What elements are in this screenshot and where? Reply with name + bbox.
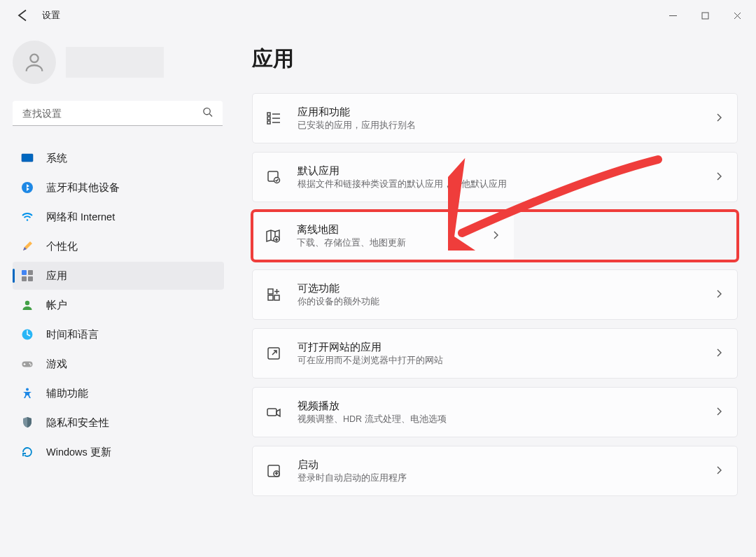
nav-label: Windows 更新	[46, 446, 111, 459]
title-bar: 设置	[0, 0, 756, 31]
svg-line-6	[209, 114, 212, 117]
nav-system[interactable]: 系统	[13, 144, 224, 172]
card-subtitle: 视频调整、HDR 流式处理、电池选项	[298, 414, 699, 425]
update-icon	[21, 446, 34, 458]
card-video-playback[interactable]: 视频播放 视频调整、HDR 流式处理、电池选项	[252, 387, 738, 437]
nav-label: 时间和语言	[46, 328, 99, 341]
chevron-right-icon	[715, 171, 723, 183]
maximize-button[interactable]	[689, 4, 721, 27]
video-icon	[265, 404, 282, 421]
svg-point-19	[30, 365, 31, 366]
chevron-right-icon	[715, 347, 723, 360]
nav-bluetooth[interactable]: 蓝牙和其他设备	[13, 174, 224, 202]
main-panel: 应用 应用和功能 已安装的应用，应用执行别名 默认应用 根据文件和链接种类设置的…	[231, 31, 756, 557]
sidebar: 系统 蓝牙和其他设备 网络和 Internet 个性化 应用 帐户	[0, 31, 231, 557]
svg-point-4	[30, 55, 38, 62]
nav-network[interactable]: 网络和 Internet	[13, 203, 224, 231]
card-offline-maps[interactable]: 离线地图 下载、存储位置、地图更新	[252, 211, 514, 261]
minimize-button[interactable]	[657, 4, 689, 27]
nav-privacy[interactable]: 隐私和安全性	[13, 409, 224, 437]
accessibility-icon	[21, 387, 34, 400]
card-title: 启动	[298, 458, 699, 472]
apps-icon	[21, 269, 34, 282]
card-apps-features[interactable]: 应用和功能 已安装的应用，应用执行别名	[252, 93, 738, 143]
svg-rect-23	[267, 121, 270, 124]
card-subtitle: 根据文件和链接种类设置的默认应用，其他默认应用	[298, 178, 699, 190]
nav-label: 应用	[46, 269, 67, 283]
svg-rect-11	[22, 270, 27, 275]
wifi-icon	[21, 211, 34, 223]
close-button[interactable]	[721, 4, 753, 27]
card-subtitle: 你的设备的额外功能	[298, 296, 699, 308]
card-title: 默认应用	[298, 164, 699, 178]
svg-rect-21	[267, 113, 270, 115]
list-icon	[265, 110, 282, 127]
shield-icon	[21, 416, 34, 429]
card-subtitle: 下载、存储位置、地图更新	[297, 237, 476, 249]
person-icon	[21, 299, 34, 311]
svg-rect-1	[702, 13, 708, 19]
map-icon	[265, 227, 281, 244]
card-subtitle: 登录时自动启动的应用程序	[298, 472, 699, 484]
svg-rect-34	[267, 409, 276, 416]
nav-update[interactable]: Windows 更新	[13, 438, 224, 466]
card-title: 视频播放	[298, 399, 699, 413]
highlight-annotation: 离线地图 下载、存储位置、地图更新	[252, 211, 738, 261]
card-optional-features[interactable]: 可选功能 你的设备的额外功能	[252, 269, 738, 320]
svg-rect-12	[28, 270, 33, 275]
display-icon	[21, 152, 34, 164]
add-feature-icon	[265, 286, 282, 303]
card-title: 离线地图	[297, 223, 476, 237]
back-button[interactable]	[15, 8, 29, 22]
svg-rect-32	[274, 295, 279, 300]
card-title: 可打开网站的应用	[298, 340, 699, 354]
card-title: 应用和功能	[298, 105, 699, 119]
account-section[interactable]	[13, 41, 224, 84]
account-name-redacted	[66, 47, 164, 78]
default-apps-icon	[265, 169, 282, 185]
nav-label: 系统	[46, 152, 67, 165]
nav-label: 帐户	[46, 299, 67, 312]
nav-label: 隐私和安全性	[46, 416, 109, 430]
nav-personalization[interactable]: 个性化	[13, 232, 224, 260]
nav-apps[interactable]: 应用	[13, 262, 224, 290]
open-external-icon	[265, 345, 282, 362]
card-startup[interactable]: 启动 登录时自动启动的应用程序	[252, 446, 738, 496]
chevron-right-icon	[491, 230, 500, 242]
clock-globe-icon	[21, 328, 34, 341]
svg-point-9	[22, 182, 33, 193]
card-default-apps[interactable]: 默认应用 根据文件和链接种类设置的默认应用，其他默认应用	[252, 152, 738, 202]
chevron-right-icon	[715, 288, 723, 301]
svg-point-20	[26, 388, 29, 391]
svg-rect-7	[22, 154, 33, 162]
svg-rect-13	[22, 276, 27, 281]
nav-label: 蓝牙和其他设备	[46, 181, 120, 195]
bluetooth-icon	[21, 181, 34, 194]
nav-gaming[interactable]: 游戏	[13, 350, 224, 378]
nav-label: 网络和 Internet	[46, 211, 115, 224]
svg-rect-22	[267, 117, 270, 120]
card-subtitle: 可在应用而不是浏览器中打开的网站	[298, 355, 699, 367]
svg-point-5	[204, 108, 210, 114]
nav-accessibility[interactable]: 辅助功能	[13, 379, 224, 407]
window-title: 设置	[42, 9, 60, 22]
card-apps-for-websites[interactable]: 可打开网站的应用 可在应用而不是浏览器中打开的网站	[252, 328, 738, 379]
svg-point-10	[27, 219, 28, 220]
search-input[interactable]	[13, 101, 223, 126]
nav-accounts[interactable]: 帐户	[13, 291, 224, 319]
svg-point-15	[25, 301, 29, 305]
search-icon	[202, 107, 213, 120]
window-controls	[657, 4, 753, 27]
nav-label: 辅助功能	[46, 387, 88, 400]
svg-rect-14	[28, 276, 33, 281]
search-box[interactable]	[13, 101, 224, 126]
card-subtitle: 已安装的应用，应用执行别名	[298, 120, 699, 132]
page-title: 应用	[252, 45, 738, 73]
card-title: 可选功能	[298, 281, 699, 295]
nav-label: 个性化	[46, 240, 78, 253]
chevron-right-icon	[715, 112, 723, 125]
chevron-right-icon	[715, 465, 723, 477]
svg-rect-31	[268, 295, 273, 300]
paintbrush-icon	[21, 240, 34, 253]
nav-time[interactable]: 时间和语言	[13, 320, 224, 348]
